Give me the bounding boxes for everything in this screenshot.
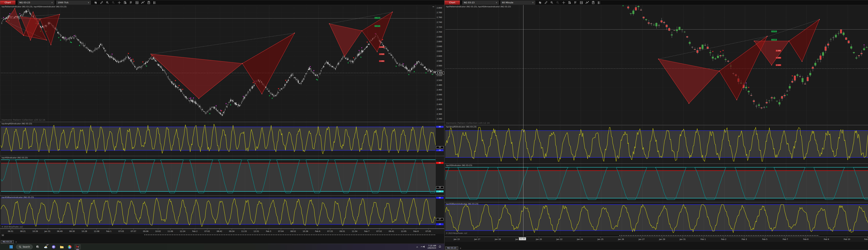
price-tick-label: 2.620: [437, 50, 442, 53]
indicator-current-value-box: 24: [436, 146, 443, 149]
ninjatrader-icon[interactable]: [74, 244, 81, 250]
crosshair-icon[interactable]: [118, 1, 121, 4]
time-tick-label: Jan 24: [577, 238, 583, 241]
file-explorer-icon[interactable]: [59, 244, 65, 250]
crosshair-time-box: 03:00: [519, 237, 526, 240]
time-tick-label: Feb 3: [266, 230, 271, 232]
chart-window-right: Chart NG 03-23∨ 60 Minute∨ 2.6722.6482.5…: [444, 0, 868, 250]
price-panel: 2.7002.6722.5482.5202.484 hpcPatternsInd…: [0, 5, 444, 122]
chart-style-icon[interactable]: [94, 1, 97, 4]
rsi-axis[interactable]: 802024: [436, 122, 444, 156]
alert-icon[interactable]: [129, 1, 133, 4]
time-tick-label: 07:57: [131, 230, 136, 232]
zoom-out-icon[interactable]: [556, 1, 559, 4]
time-tick-label: 12:51: [253, 230, 259, 232]
price-tick-label: 2.600: [437, 55, 442, 57]
back-arrow-icon[interactable]: ←: [433, 5, 435, 8]
price-tick-label: 2.460: [437, 89, 442, 91]
time-tick-label: Feb 1: [701, 238, 706, 241]
bamm-panel-label: hpcRSIBammIndicator (NG 03-23): [2, 196, 34, 198]
data-series-icon[interactable]: [568, 1, 571, 4]
trend-line-icon[interactable]: [586, 1, 589, 4]
tray-chevron-icon[interactable]: [416, 245, 418, 249]
properties-icon[interactable]: [597, 1, 601, 4]
price-chart-canvas[interactable]: [1, 5, 436, 122]
chart-window-left: Chart NG 03-23∨ 1000 Tick∨ 2.7002.6722.5…: [0, 0, 444, 244]
price-axis[interactable]: 2.8002.7802.7602.7402.7202.7002.6802.660…: [436, 5, 444, 122]
chart-menu-button[interactable]: Chart: [444, 1, 460, 5]
instrument-tab[interactable]: NG 03-23: [1, 240, 14, 243]
search-box[interactable]: Search: [16, 245, 33, 249]
task-view-button[interactable]: [35, 244, 41, 250]
bamm-canvas[interactable]: [445, 202, 868, 235]
indicator-level-tag: 20: [436, 149, 443, 151]
search-icon: [19, 246, 21, 248]
indicators-icon[interactable]: [580, 1, 583, 4]
time-tick-label: Jan 26: [618, 238, 624, 241]
time-tick-label: 07:03: [118, 230, 124, 232]
hsi-axis[interactable]: 802019: [436, 156, 444, 195]
hsi-canvas[interactable]: [445, 164, 868, 202]
instrument-selector[interactable]: NG 03-23∨: [18, 1, 54, 4]
add-tab-button[interactable]: +: [460, 247, 461, 249]
properties-icon[interactable]: [153, 1, 156, 4]
crosshair-icon[interactable]: [562, 1, 565, 4]
interval-selector[interactable]: 60 Minute∨: [500, 1, 535, 4]
price-chart-canvas[interactable]: [445, 5, 868, 125]
interval-selector[interactable]: 1000 Tick∨: [56, 1, 91, 4]
trend-line-icon[interactable]: [141, 1, 145, 4]
volume-network-tray-icon[interactable]: [421, 245, 425, 249]
bamm-canvas[interactable]: [1, 196, 436, 228]
hsi-canvas[interactable]: [1, 156, 436, 195]
instrument-value: NG 03-23: [464, 1, 475, 4]
time-tick-label: 10:36: [303, 230, 308, 232]
time-tick-label: Feb 7: [364, 230, 369, 232]
time-axis[interactable]: 06:5108:2110:39Jan 3106:4908:3010:2812:0…: [0, 229, 444, 234]
price-tick-label: 2.580: [437, 60, 442, 62]
indicator-level-tag: 80: [436, 162, 443, 164]
bamm-axis[interactable]: 802027: [436, 196, 444, 228]
strategies-icon[interactable]: [147, 1, 151, 4]
rsi-canvas[interactable]: [445, 125, 868, 163]
instrument-selector[interactable]: NG 03-23∨: [462, 1, 499, 4]
copyright-text: © 2023 NinjaTrader, LLC: [2, 226, 23, 228]
chart-menu-button[interactable]: Chart: [0, 1, 16, 5]
taskbar-clock[interactable]: 7:25 AM 2/8/2023: [428, 245, 436, 249]
chart-toolbar: Chart NG 03-23∨ 60 Minute∨: [444, 0, 868, 5]
horizontal-scrollbar[interactable]: 19:31: [445, 235, 868, 236]
time-tick-label: 09:51: [340, 230, 345, 232]
chart-style-icon[interactable]: [538, 1, 542, 4]
indicator-level-tag: 80: [436, 126, 443, 128]
price-tick-label: 2.400: [437, 103, 442, 105]
rsi-canvas[interactable]: [1, 122, 436, 156]
chrome-icon[interactable]: [66, 244, 73, 250]
strategies-icon[interactable]: [591, 1, 595, 4]
weather-widget[interactable]: 26°: [42, 244, 49, 250]
time-tick-label: Feb 1: [106, 230, 112, 232]
meet-app-icon[interactable]: [51, 244, 57, 250]
zoom-out-icon[interactable]: [112, 1, 115, 4]
indicators-icon[interactable]: [135, 1, 139, 4]
scroll-left-arrow-icon[interactable]: ◀: [2, 234, 4, 236]
time-axis[interactable]: Jan 15Jan 17Jan 18Jan 19Jan 20Jan 22Jan …: [444, 237, 868, 242]
time-tick-label: Jan 22: [556, 238, 562, 241]
drawing-tool-icon[interactable]: [544, 1, 548, 4]
price-tick-label: 2.500: [437, 79, 442, 82]
alert-icon[interactable]: [574, 1, 577, 4]
time-tick-label: Feb 2: [721, 238, 726, 241]
indicator-level-tag: 20: [436, 223, 443, 225]
toolbar-icons: [538, 1, 601, 4]
time-tick-label: 10:39: [32, 230, 38, 232]
zoom-in-icon[interactable]: [550, 1, 554, 4]
add-tab-button[interactable]: +: [15, 241, 17, 243]
instrument-tab[interactable]: NG 03-23: [445, 247, 458, 250]
zoom-in-icon[interactable]: [106, 1, 109, 4]
time-tick-label: 11:33: [241, 230, 247, 232]
hsi-panel: hpcHSIIndicator (NG 03-23) 802036: [444, 164, 868, 202]
data-series-icon[interactable]: [123, 1, 127, 4]
start-button[interactable]: [8, 244, 14, 250]
horizontal-scrollbar[interactable]: ◀: [1, 234, 436, 236]
drawing-tool-icon[interactable]: [100, 1, 103, 4]
notification-bell-icon[interactable]: [438, 245, 441, 249]
time-tick-label: 08:30: [69, 230, 75, 232]
